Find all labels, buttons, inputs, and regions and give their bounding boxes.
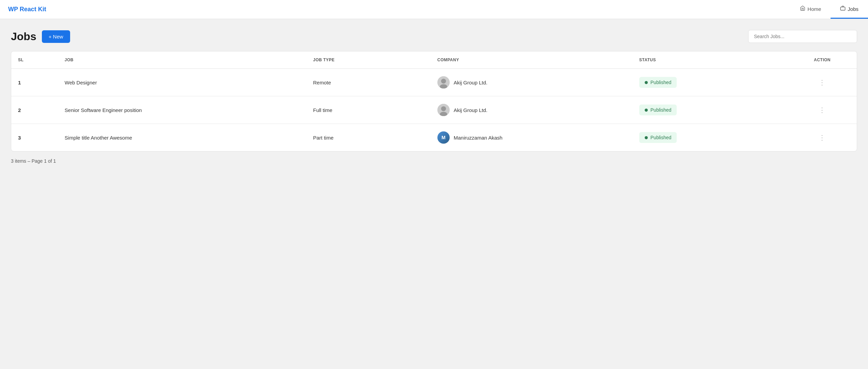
status-badge: Published (639, 132, 677, 143)
company-name: Maniruzzaman Akash (454, 135, 502, 141)
action-menu-button[interactable]: ⋮ (816, 77, 828, 87)
company-cell: M Maniruzzaman Akash (437, 131, 626, 144)
cell-company: Akij Group Ltd. (431, 69, 632, 96)
cell-jobtype: Full time (306, 96, 431, 124)
table-row: 3 Simple title Another Awesome Part time… (11, 124, 857, 151)
cell-action: ⋮ (788, 124, 857, 151)
table-body: 1 Web Designer Remote Akij Group Ltd. Pu… (11, 69, 857, 151)
col-header-company: COMPANY (431, 51, 632, 69)
jobs-table-container: SL JOB JOB TYPE COMPANY STATUS ACTION 1 … (11, 51, 857, 151)
cell-sl: 3 (11, 124, 58, 151)
cell-status: Published (632, 96, 788, 124)
action-menu-button[interactable]: ⋮ (816, 105, 828, 115)
cell-sl: 2 (11, 96, 58, 124)
logo-area: WP React Kit (0, 0, 790, 19)
cell-action: ⋮ (788, 69, 857, 96)
search-input[interactable] (748, 30, 857, 43)
cell-company: M Maniruzzaman Akash (431, 124, 632, 151)
nav-home[interactable]: Home (790, 0, 831, 19)
new-button[interactable]: + New (42, 30, 70, 43)
cell-job: Web Designer (58, 69, 306, 96)
company-name: Akij Group Ltd. (454, 107, 487, 113)
status-badge: Published (639, 77, 677, 88)
col-header-jobtype: JOB TYPE (306, 51, 431, 69)
cell-sl: 1 (11, 69, 58, 96)
company-cell: Akij Group Ltd. (437, 76, 626, 89)
company-name: Akij Group Ltd. (454, 80, 487, 85)
nav-home-label: Home (807, 6, 821, 12)
status-dot (645, 109, 648, 112)
col-header-job: JOB (58, 51, 306, 69)
avatar-default (437, 104, 450, 116)
status-label: Published (650, 80, 672, 85)
page-title-row: Jobs + New (11, 30, 70, 43)
company-cell: Akij Group Ltd. (437, 104, 626, 116)
svg-point-5 (441, 106, 446, 111)
nav-jobs[interactable]: Jobs (831, 0, 868, 19)
cell-jobtype: Remote (306, 69, 431, 96)
col-header-sl: SL (11, 51, 58, 69)
table-header-row: SL JOB JOB TYPE COMPANY STATUS ACTION (11, 51, 857, 69)
cell-status: Published (632, 124, 788, 151)
nav-jobs-label: Jobs (848, 6, 858, 12)
cell-jobtype: Part time (306, 124, 431, 151)
status-dot (645, 81, 648, 84)
status-label: Published (650, 107, 672, 113)
main-content: Jobs + New SL JOB JOB TYPE COMPANY STATU… (0, 19, 868, 172)
table-row: 1 Web Designer Remote Akij Group Ltd. Pu… (11, 69, 857, 96)
action-menu-button[interactable]: ⋮ (816, 132, 828, 143)
jobs-table: SL JOB JOB TYPE COMPANY STATUS ACTION 1 … (11, 51, 857, 151)
status-dot (645, 136, 648, 139)
status-badge: Published (639, 105, 677, 115)
header: WP React Kit Home Jobs (0, 0, 868, 19)
page-title: Jobs (11, 30, 36, 43)
svg-rect-0 (841, 7, 845, 10)
avatar-person: M (437, 131, 450, 144)
main-nav: Home Jobs (790, 0, 868, 19)
table-row: 2 Senior Software Engineer position Full… (11, 96, 857, 124)
svg-point-2 (441, 79, 446, 83)
cell-action: ⋮ (788, 96, 857, 124)
home-icon (800, 5, 805, 12)
pagination-info: 3 items – Page 1 of 1 (11, 158, 857, 164)
cell-status: Published (632, 69, 788, 96)
avatar-default (437, 76, 450, 89)
cell-job: Senior Software Engineer position (58, 96, 306, 124)
page-header: Jobs + New (11, 30, 857, 43)
cell-job: Simple title Another Awesome (58, 124, 306, 151)
app-logo: WP React Kit (8, 6, 46, 13)
cell-company: Akij Group Ltd. (431, 96, 632, 124)
col-header-action: ACTION (788, 51, 857, 69)
col-header-status: STATUS (632, 51, 788, 69)
jobs-icon (840, 5, 846, 12)
status-label: Published (650, 135, 672, 140)
